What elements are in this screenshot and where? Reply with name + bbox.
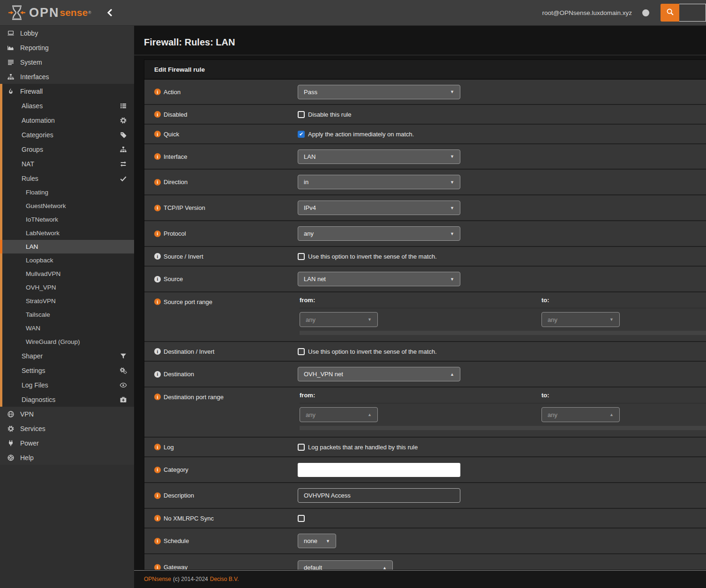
sidebar-item-rules[interactable]: Rules (0, 171, 134, 186)
sidebar-item-groups[interactable]: Groups (0, 142, 134, 156)
direction-select[interactable]: in (298, 175, 460, 189)
info-icon[interactable] (154, 467, 161, 473)
category-input[interactable] (298, 463, 460, 477)
sidebar-item-settings[interactable]: Settings (0, 363, 134, 378)
sidebar-item-mullvadvpn[interactable]: MullvadVPN (0, 267, 134, 281)
info-icon[interactable] (154, 444, 161, 450)
sidebar-item-stratovpn[interactable]: StratoVPN (0, 294, 134, 308)
sidebar-item-categories[interactable]: Categories (0, 127, 134, 142)
search-input[interactable] (679, 4, 706, 22)
sidebar-item-firewall[interactable]: Firewall (0, 84, 134, 98)
info-icon[interactable] (154, 348, 161, 355)
sidebar-item-power[interactable]: Power (0, 436, 134, 450)
footer: OPNsense (c) 2014-2024 Deciso B.V. (134, 570, 706, 588)
description-input[interactable] (298, 488, 460, 503)
info-icon[interactable] (154, 89, 161, 95)
sidebar-item-system[interactable]: System (0, 55, 134, 69)
info-icon[interactable] (154, 205, 161, 211)
quick-checkbox[interactable] (298, 131, 305, 138)
status-dot[interactable] (642, 9, 649, 16)
sidebar-item-floating[interactable]: Floating (0, 186, 134, 199)
row-tcpip-version: TCP/IP Version IPv4 (144, 195, 706, 221)
field-label: Source port range (164, 298, 212, 305)
sidebar-item-guestnetwork[interactable]: GuestNetwork (0, 199, 134, 213)
field-label: Quick (164, 131, 179, 138)
field-label: Log (164, 444, 174, 451)
info-icon[interactable] (154, 131, 161, 137)
selected-value: LAN (304, 153, 315, 160)
row-protocol: Protocol any (144, 221, 706, 247)
sidebar-item-reporting[interactable]: Reporting (0, 40, 134, 55)
sidebar-item-wan[interactable]: WAN (0, 321, 134, 335)
info-icon[interactable] (154, 298, 161, 305)
destination-port-to-select[interactable]: any (541, 407, 620, 422)
log-checkbox[interactable] (298, 444, 305, 451)
row-interface: Interface LAN (144, 144, 706, 170)
source-select[interactable]: LAN net (298, 272, 460, 286)
source-port-from-select[interactable]: any (300, 312, 378, 327)
gateway-select[interactable]: default (298, 560, 393, 570)
info-icon[interactable] (154, 515, 161, 521)
destination-invert-checkbox[interactable] (298, 348, 305, 355)
info-icon[interactable] (154, 492, 161, 499)
opnsense-logo[interactable]: OPNsense® (8, 3, 91, 22)
sidebar-item-label: Lobby (20, 30, 38, 37)
schedule-select[interactable]: none (298, 534, 336, 548)
protocol-select[interactable]: any (298, 226, 460, 241)
info-icon[interactable] (154, 394, 161, 400)
field-label: TCP/IP Version (164, 204, 205, 211)
sidebar-item-lan[interactable]: LAN (0, 240, 134, 253)
sidebar-item-ovh-vpn[interactable]: OVH_VPN (0, 281, 134, 294)
sidebar-item-loopback[interactable]: Loopback (0, 253, 134, 267)
from-label: from: (300, 392, 315, 399)
source-port-to-select[interactable]: any (541, 312, 620, 327)
sidebar-item-vpn[interactable]: VPN (0, 407, 134, 421)
destination-select[interactable]: OVH_VPN net (298, 367, 460, 381)
sidebar-item-label: Help (20, 454, 34, 461)
search-button[interactable] (661, 4, 679, 22)
sidebar-item-aliases[interactable]: Aliases (0, 98, 134, 113)
info-icon[interactable] (154, 276, 161, 283)
footer-deciso-link[interactable]: Deciso B.V. (210, 576, 239, 582)
exchange-icon (119, 160, 128, 168)
sidebar-item-label: Tailscale (26, 311, 50, 318)
sidebar-item-lobby[interactable]: Lobby (0, 26, 134, 40)
sidebar-item-interfaces[interactable]: Interfaces (0, 69, 134, 84)
sidebar-collapse-icon[interactable] (106, 8, 113, 17)
sidebar-item-shaper[interactable]: Shaper (0, 349, 134, 363)
sidebar-item-tailscale[interactable]: Tailscale (0, 308, 134, 321)
info-icon[interactable] (154, 371, 161, 378)
info-icon[interactable] (154, 538, 161, 544)
info-icon[interactable] (154, 153, 161, 160)
sidebar-item-labnetwork[interactable]: LabNetwork (0, 226, 134, 240)
sidebar-item-diagnostics[interactable]: Diagnostics (0, 392, 134, 407)
row-gateway: Gateway default (144, 554, 706, 570)
no-xmlrpc-sync-checkbox[interactable] (298, 515, 305, 522)
info-icon[interactable] (154, 231, 161, 237)
sidebar-item-iotnetwork[interactable]: IoTNetwork (0, 213, 134, 226)
tcpip-version-select[interactable]: IPv4 (298, 201, 460, 215)
to-label: to: (541, 297, 549, 304)
sidebar-item-label: Power (20, 439, 39, 447)
selected-value: any (304, 230, 314, 237)
field-label: Direction (164, 179, 188, 186)
destination-port-from-select[interactable]: any (300, 407, 378, 422)
action-select[interactable]: Pass (298, 85, 460, 99)
field-label: Interface (164, 153, 188, 160)
footer-opnsense-link[interactable]: OPNsense (144, 576, 171, 582)
info-icon[interactable] (154, 179, 161, 186)
sidebar-item-log-files[interactable]: Log Files (0, 378, 134, 392)
info-icon[interactable] (154, 564, 161, 571)
selected-value: none (304, 537, 317, 544)
info-icon[interactable] (154, 253, 161, 260)
sidebar-item-automation[interactable]: Automation (0, 113, 134, 127)
sidebar-item-wireguard-group[interactable]: WireGuard (Group) (0, 335, 134, 349)
sidebar-item-label: IoTNetwork (26, 216, 58, 223)
source-invert-checkbox[interactable] (298, 253, 305, 260)
disabled-checkbox[interactable] (298, 111, 305, 118)
sidebar-item-nat[interactable]: NAT (0, 156, 134, 171)
sidebar-item-help[interactable]: Help (0, 450, 134, 465)
interface-select[interactable]: LAN (298, 149, 460, 164)
sidebar-item-services[interactable]: Services (0, 421, 134, 436)
info-icon[interactable] (154, 111, 161, 118)
